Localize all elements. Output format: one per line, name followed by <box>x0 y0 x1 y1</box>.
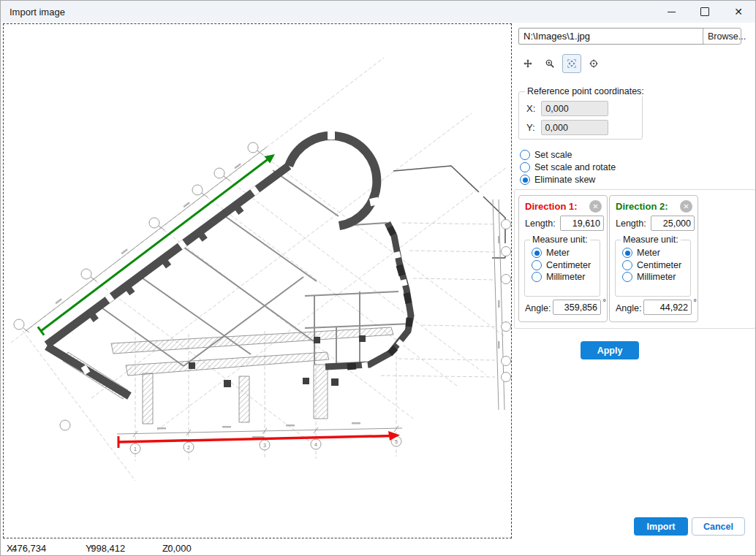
minimize-icon <box>668 12 676 12</box>
image-path-input[interactable] <box>518 28 708 45</box>
radio-icon <box>622 260 632 270</box>
direction-1-panel: Direction 1: ✕ Length: Measure unit: Met… <box>518 195 608 322</box>
length-label: Length: <box>525 218 556 229</box>
reference-y-label: Y: <box>526 122 535 133</box>
radio-icon <box>520 162 530 172</box>
cancel-button[interactable]: Cancel <box>692 517 745 536</box>
svg-text:4: 4 <box>314 442 317 447</box>
browse-button[interactable]: Browse... <box>703 28 741 45</box>
direction-1-unit-meter[interactable]: Meter <box>532 248 591 258</box>
radio-icon <box>532 260 542 270</box>
close-button[interactable]: ✕ <box>722 1 755 23</box>
window-title: Import image <box>10 7 65 18</box>
radio-icon-selected <box>532 248 542 258</box>
import-button[interactable]: Import <box>634 517 688 536</box>
direction-1-measure-unit-group: Measure unit: Meter Centimeter Millimete… <box>524 240 600 297</box>
reference-point-group-title: Reference point coordinates: <box>525 86 646 96</box>
direction-2-title: Direction 2: <box>616 201 668 212</box>
preview-toolbar <box>518 54 603 73</box>
pan-tool-button[interactable] <box>518 54 537 73</box>
svg-text:2: 2 <box>187 445 190 450</box>
reference-point-group: Reference point coordinates: X: 0,000 Y:… <box>518 91 643 140</box>
zoom-in-icon <box>545 57 554 70</box>
svg-text:1: 1 <box>134 446 137 452</box>
radio-icon <box>520 150 530 160</box>
reference-point-tool-button[interactable] <box>584 54 603 73</box>
svg-text:3: 3 <box>263 443 266 448</box>
cursor-x-readout: X: 476,734 <box>7 541 12 552</box>
status-bar: X: 476,734 Y: 998,412 Z: 0,000 <box>3 540 510 556</box>
direction-2-unit-meter[interactable]: Meter <box>622 248 681 258</box>
reference-y-row: Y: 0,000 <box>526 120 608 135</box>
direction-1-unit-centimeter[interactable]: Centimeter <box>532 260 591 270</box>
direction-2-unit-centimeter[interactable]: Centimeter <box>622 260 681 270</box>
direction-1-length-input[interactable] <box>560 216 604 231</box>
maximize-icon <box>700 7 709 16</box>
zoom-extents-tool-button[interactable] <box>562 54 581 73</box>
measure-unit-title: Measure unit: <box>621 235 681 245</box>
direction-2-angle-input[interactable] <box>643 300 692 315</box>
dimension-lines <box>23 147 504 437</box>
direction-2-panel: Direction 2: ✕ Length: Measure unit: Met… <box>609 195 698 322</box>
cursor-y-readout: Y: 998,412 <box>86 541 91 552</box>
direction-1-arrow[interactable] <box>118 431 400 448</box>
annex-outline <box>393 166 505 258</box>
direction-1-title: Direction 1: <box>525 201 578 212</box>
mode-set-scale-and-rotate[interactable]: Set scale and rotate <box>520 162 616 172</box>
hatched-walls <box>63 327 393 424</box>
svg-text:5: 5 <box>395 439 398 444</box>
direction-1-close-button[interactable]: ✕ <box>589 200 602 213</box>
floor-plan-drawing: 1 2 3 4 5 <box>4 24 511 538</box>
zoom-extents-icon <box>567 57 576 70</box>
apply-button[interactable]: Apply <box>581 341 639 359</box>
direction-2-unit-millimeter[interactable]: Millimeter <box>622 272 681 282</box>
reference-x-field[interactable]: 0,000 <box>541 101 608 116</box>
window-controls: ✕ <box>654 1 755 23</box>
pan-icon <box>523 57 532 70</box>
degree-symbol: ° <box>694 297 697 306</box>
main-walls <box>47 135 411 396</box>
cursor-z-readout: Z: 0,000 <box>162 541 167 552</box>
radio-icon-selected <box>520 175 530 185</box>
reference-point-icon <box>589 57 598 70</box>
direction-2-measure-unit-group: Measure unit: Meter Centimeter Millimete… <box>615 240 691 297</box>
maximize-button[interactable] <box>688 1 722 23</box>
direction-2-arrow[interactable] <box>38 154 275 335</box>
image-preview-canvas[interactable]: 1 2 3 4 5 <box>3 23 512 538</box>
mode-eliminate-skew[interactable]: Eliminate skew <box>520 175 616 185</box>
titlebar: Import image ✕ <box>1 1 755 23</box>
reference-y-field[interactable]: 0,000 <box>541 120 608 135</box>
zoom-in-tool-button[interactable] <box>540 54 559 73</box>
degree-symbol: ° <box>603 297 606 306</box>
angle-label: Angle: <box>525 303 551 313</box>
direction-2-close-button[interactable]: ✕ <box>680 200 692 213</box>
direction-1-angle-input[interactable] <box>553 300 601 315</box>
mode-options: Set scale Set scale and rotate Eliminate… <box>520 150 616 185</box>
settings-panel: Browse... <box>512 23 756 556</box>
import-image-dialog: Import image ✕ <box>0 0 756 556</box>
mode-set-scale[interactable]: Set scale <box>520 150 616 160</box>
direction-2-length-input[interactable] <box>651 216 695 231</box>
reference-x-label: X: <box>526 103 535 114</box>
direction-1-unit-millimeter[interactable]: Millimeter <box>532 272 591 282</box>
measure-unit-title: Measure unit: <box>530 235 590 245</box>
length-label: Length: <box>616 218 646 229</box>
radio-icon <box>532 272 542 282</box>
minimize-button[interactable] <box>654 1 688 23</box>
close-icon: ✕ <box>734 7 743 17</box>
angle-label: Angle: <box>616 303 641 313</box>
reference-x-row: X: 0,000 <box>526 101 608 116</box>
radio-icon-selected <box>622 248 632 258</box>
radio-icon <box>622 272 632 282</box>
